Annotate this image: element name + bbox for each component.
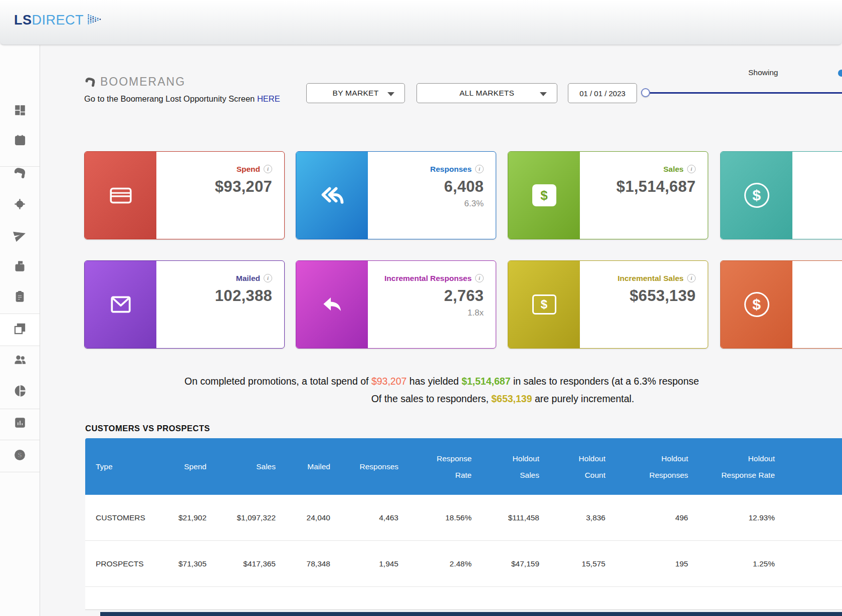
- cell-responses: 1,945: [330, 559, 398, 568]
- summary-text: On completed promotions, a total spend o…: [184, 376, 371, 387]
- money-bill-outline-icon: $: [508, 261, 580, 348]
- sidebar-divider: [0, 409, 40, 409]
- column-header-holdout-count: HoldoutCount: [539, 450, 605, 483]
- cell-type: CUSTOMERS: [85, 513, 155, 522]
- sidebar-item-calendar[interactable]: [0, 129, 40, 153]
- brand-logo-bold: LS: [14, 13, 32, 28]
- kpi-card-incremental-sales: $ Incremental Salesi $653,139: [508, 260, 708, 349]
- info-icon[interactable]: i: [264, 274, 272, 282]
- summary-text: in sales to responders (at a 6.3% respon…: [511, 376, 699, 387]
- sidebar-item-target[interactable]: [0, 193, 40, 217]
- sidebar-item-pages[interactable]: [0, 318, 40, 342]
- table-title: CUSTOMERS VS PROSPECTS: [85, 424, 210, 433]
- kpi-card-responses: Responsesi 6,408 6.3%: [296, 151, 496, 239]
- sidebar-divider: [0, 440, 40, 440]
- cell-holdout-responses: 195: [605, 559, 688, 568]
- svg-text:$: $: [18, 451, 22, 459]
- summary-text: Of the sales to responders,: [371, 393, 492, 404]
- date-range-slider-handle[interactable]: [641, 88, 650, 97]
- dollar-circle-icon: $: [721, 261, 792, 348]
- cell-holdout-response-rate: 12.93%: [688, 513, 775, 522]
- kpi-subvalue: 6.3%: [373, 199, 484, 209]
- cell-responses: 4,463: [330, 513, 398, 522]
- kpi-value: 2,763: [373, 287, 484, 305]
- group-by-dropdown[interactable]: BY MARKET: [306, 83, 405, 103]
- target-icon: [13, 197, 27, 213]
- kpi-label: Mailed: [236, 274, 260, 283]
- sidebar-item-send[interactable]: [0, 224, 40, 248]
- date-value: 01 / 01 / 2023: [579, 89, 625, 98]
- summary-text: are purely incremental.: [532, 393, 635, 404]
- calendar-icon: [14, 134, 27, 149]
- showing-toggle-partial[interactable]: [838, 70, 842, 77]
- info-icon[interactable]: i: [475, 165, 484, 173]
- summary-spend-value: $93,207: [371, 376, 407, 387]
- reply-all-arrow-icon: [296, 152, 368, 239]
- cell-sales: $417,365: [206, 559, 276, 568]
- kpi-label: Spend: [237, 165, 260, 174]
- cell-holdout-sales: $47,159: [472, 559, 539, 568]
- top-bar: LSDIRECT: [0, 0, 842, 45]
- page-subtitle: Go to the Boomerang Lost Opportunity Scr…: [84, 94, 280, 104]
- sidebar-item-mailbox[interactable]: [0, 255, 40, 279]
- cell-holdout-count: 3,836: [539, 513, 605, 522]
- kpi-value: $653,139: [585, 287, 696, 305]
- cell-response-rate: 18.56%: [398, 513, 472, 522]
- info-icon[interactable]: i: [687, 274, 696, 282]
- kpi-label: Responses: [430, 165, 472, 174]
- column-header-type: Type: [85, 458, 155, 475]
- column-header-holdout-response-rate: HoldoutResponse Rate: [688, 450, 775, 483]
- column-header-sales: Sales: [206, 458, 276, 475]
- table-row-customers: CUSTOMERS $21,902 $1,097,322 24,040 4,46…: [85, 495, 842, 541]
- sidebar-item-dollar[interactable]: $: [0, 444, 40, 468]
- dollar-circle-icon: $: [13, 448, 27, 464]
- date-input[interactable]: 01 / 01 / 2023: [568, 83, 637, 103]
- sidebar-item-clipboard[interactable]: [0, 285, 40, 310]
- boomerang-icon: [13, 166, 27, 182]
- lost-opportunity-link[interactable]: HERE: [257, 94, 280, 103]
- sidebar-item-dashboard[interactable]: [0, 99, 40, 123]
- summary-line-2: Of the sales to responders, $653,139 are…: [85, 393, 842, 405]
- pages-icon: [13, 322, 27, 338]
- column-header-spend: Spend: [155, 458, 206, 475]
- cell-holdout-count: 15,575: [539, 559, 605, 568]
- reply-arrow-icon: [296, 261, 368, 348]
- table-header-row: Type Spend Sales Mailed Responses Respon…: [85, 438, 842, 495]
- logo-arrow-dots-icon: [85, 12, 103, 28]
- cell-response-rate: 2.48%: [398, 559, 472, 568]
- date-range-slider-track[interactable]: [650, 92, 842, 94]
- kpi-card-incremental-sales-secondary: $: [720, 260, 842, 349]
- kpi-value: $93,207: [161, 178, 272, 196]
- sidebar-divider: [0, 314, 40, 314]
- column-header-holdout-responses: HoldoutResponses: [605, 450, 688, 483]
- envelope-icon: [85, 261, 156, 348]
- info-icon[interactable]: i: [687, 165, 696, 173]
- sidebar-item-boomerang[interactable]: [0, 162, 40, 186]
- sidebar-item-pie-chart[interactable]: [0, 380, 40, 404]
- cell-spend: $71,305: [155, 559, 206, 568]
- dollar-circle-icon: $: [721, 152, 792, 239]
- brand-logo[interactable]: LSDIRECT: [14, 12, 103, 28]
- summary-line-1: On completed promotions, a total spend o…: [184, 376, 699, 387]
- mailbox-icon: [13, 259, 27, 275]
- sidebar-divider: [0, 472, 40, 472]
- brand-logo-light: DIRECT: [32, 13, 84, 28]
- sidebar-item-bar-chart[interactable]: [0, 412, 40, 436]
- app-window: LSDIRECT: [0, 0, 842, 616]
- page-title-boomerang-icon: [84, 76, 96, 90]
- kpi-card-spend: Spendi $93,207: [84, 151, 285, 239]
- kpi-card-sales-secondary: $: [720, 151, 842, 239]
- kpi-label: Incremental Sales: [617, 274, 684, 283]
- group-by-value: BY MARKET: [333, 89, 379, 98]
- market-dropdown[interactable]: ALL MARKETS: [416, 83, 557, 103]
- sidebar-item-users[interactable]: [0, 349, 40, 373]
- summary-incremental-value: $653,139: [491, 393, 532, 404]
- info-icon[interactable]: i: [475, 274, 484, 282]
- cell-sales: $1,097,322: [206, 513, 276, 522]
- bar-chart-icon: [14, 416, 27, 431]
- cell-mailed: 24,040: [276, 513, 330, 522]
- cell-holdout-response-rate: 1.25%: [688, 559, 775, 568]
- sidebar-nav: $: [0, 45, 40, 616]
- info-icon[interactable]: i: [264, 165, 272, 173]
- kpi-card-incremental-responses: Incremental Responsesi 2,763 1.8x: [296, 260, 496, 349]
